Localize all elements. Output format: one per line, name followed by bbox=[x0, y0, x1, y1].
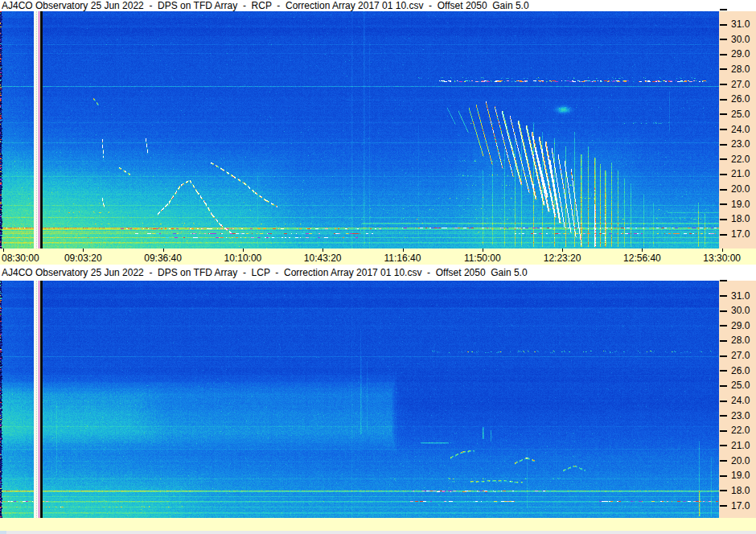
time-tick-label: 09:03:20 bbox=[49, 253, 117, 264]
lcp-spectrogram-canvas bbox=[0, 281, 719, 518]
freq-tick bbox=[720, 280, 727, 281]
freq-tick-label: 30.0 bbox=[731, 35, 750, 45]
time-tick bbox=[323, 249, 323, 252]
freq-tick-label: 19.0 bbox=[731, 470, 750, 481]
time-tick bbox=[642, 249, 643, 252]
time-axis: 08:30:0009:03:2009:36:4010:10:0010:43:20… bbox=[0, 249, 756, 265]
freq-tick bbox=[720, 385, 727, 387]
freq-tick-label: 31.0 bbox=[731, 291, 750, 302]
freq-tick bbox=[720, 113, 727, 115]
freq-tick bbox=[720, 99, 727, 101]
freq-tick bbox=[720, 39, 727, 40]
time-tick bbox=[3, 249, 4, 252]
freq-tick bbox=[720, 129, 727, 130]
freq-tick-label: 18.0 bbox=[731, 486, 750, 496]
freq-tick-label: 17.0 bbox=[731, 229, 750, 240]
freq-tick bbox=[720, 174, 727, 175]
freq-tick-label: 30.0 bbox=[731, 306, 750, 316]
freq-tick-label: 17.0 bbox=[731, 501, 750, 511]
freq-tick-label: 31.0 bbox=[731, 19, 750, 30]
time-tick-label: 12:56:40 bbox=[608, 253, 676, 264]
freq-tick bbox=[720, 219, 727, 220]
freq-tick bbox=[720, 9, 727, 10]
freq-tick bbox=[720, 68, 727, 70]
rcp-spectrogram-canvas bbox=[0, 11, 719, 249]
freq-tick-label: 21.0 bbox=[731, 169, 750, 179]
freq-tick-label: 20.0 bbox=[731, 456, 750, 466]
spectrograph-window: AJ4CO Observatory 25 Jun 2022 - DPS on T… bbox=[0, 0, 756, 534]
freq-tick-label: 28.0 bbox=[731, 335, 750, 346]
freq-tick-label: 19.0 bbox=[731, 199, 750, 210]
bottom-time-band bbox=[0, 518, 756, 531]
freq-tick bbox=[720, 340, 727, 342]
freq-tick bbox=[720, 400, 727, 402]
window-bottom-strip bbox=[0, 531, 756, 534]
time-tick-label: 11:16:40 bbox=[369, 253, 437, 264]
freq-tick bbox=[720, 158, 727, 160]
freq-tick-label: 23.0 bbox=[731, 139, 750, 150]
freq-tick bbox=[720, 355, 727, 357]
lcp-header: AJ4CO Observatory 25 Jun 2022 - DPS on T… bbox=[2, 265, 754, 281]
freq-tick bbox=[720, 84, 727, 85]
freq-tick bbox=[720, 430, 727, 432]
time-tick bbox=[403, 249, 404, 252]
freq-tick bbox=[720, 475, 727, 477]
freq-tick-label: 28.0 bbox=[731, 64, 750, 75]
freq-tick bbox=[720, 24, 727, 26]
freq-tick-label: 26.0 bbox=[731, 94, 750, 105]
freq-tick bbox=[720, 189, 727, 191]
freq-tick-label: 26.0 bbox=[731, 366, 750, 376]
freq-tick-label: 21.0 bbox=[731, 441, 750, 451]
freq-tick bbox=[720, 144, 727, 146]
frequency-scale-lcp: 31.030.029.028.027.026.025.024.023.022.0… bbox=[719, 281, 756, 518]
freq-tick-label: 27.0 bbox=[731, 80, 750, 90]
rcp-header: AJ4CO Observatory 25 Jun 2022 - DPS on T… bbox=[2, 0, 754, 11]
time-tick bbox=[562, 249, 563, 252]
freq-tick-label: 22.0 bbox=[731, 425, 750, 436]
freq-tick-label: 24.0 bbox=[731, 396, 750, 406]
time-tick bbox=[243, 249, 244, 252]
freq-tick-label: 18.0 bbox=[731, 214, 750, 224]
freq-tick-label: 23.0 bbox=[731, 411, 750, 421]
freq-tick bbox=[720, 505, 727, 507]
time-tick-label: 11:50:00 bbox=[449, 253, 516, 264]
time-tick-label: 12:23:20 bbox=[528, 253, 596, 264]
freq-tick bbox=[720, 234, 727, 236]
time-tick-label: 10:43:20 bbox=[289, 253, 356, 264]
time-tick-label: 13:30:00 bbox=[688, 253, 756, 264]
freq-tick bbox=[720, 325, 727, 327]
frequency-scale-rcp: 31.030.029.028.027.026.025.024.023.022.0… bbox=[719, 11, 756, 249]
time-tick-label: 09:36:40 bbox=[129, 253, 197, 264]
freq-tick-label: 29.0 bbox=[731, 321, 750, 331]
freq-tick-label: 25.0 bbox=[731, 380, 750, 391]
bottom-strip-chip bbox=[0, 531, 6, 534]
freq-tick-label: 22.0 bbox=[731, 154, 750, 165]
freq-tick bbox=[720, 295, 727, 297]
freq-tick bbox=[720, 460, 727, 462]
freq-tick bbox=[720, 445, 727, 446]
freq-tick-label: 27.0 bbox=[731, 351, 750, 361]
freq-tick bbox=[720, 203, 727, 205]
freq-tick-label: 29.0 bbox=[731, 49, 750, 60]
time-tick bbox=[483, 249, 483, 252]
freq-tick bbox=[720, 415, 727, 417]
time-tick-label: 10:10:00 bbox=[209, 253, 277, 264]
freq-tick bbox=[720, 370, 727, 372]
freq-tick-label: 25.0 bbox=[731, 109, 750, 120]
freq-tick bbox=[720, 310, 727, 312]
time-tick bbox=[83, 249, 84, 252]
freq-tick bbox=[720, 490, 727, 491]
freq-tick-label: 20.0 bbox=[731, 184, 750, 195]
time-tick bbox=[163, 249, 164, 252]
time-tick bbox=[722, 249, 723, 252]
freq-tick-label: 24.0 bbox=[731, 125, 750, 135]
freq-tick bbox=[720, 54, 727, 55]
